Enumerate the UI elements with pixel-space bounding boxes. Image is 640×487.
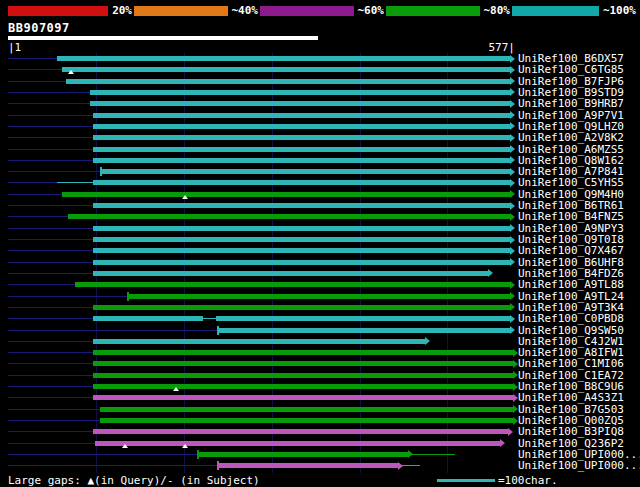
alignment-bar[interactable] bbox=[90, 101, 510, 106]
alignment-bar[interactable] bbox=[218, 328, 510, 333]
row-label[interactable]: UniRef100_Q7X467 bbox=[518, 245, 624, 256]
alignment-arrowhead-icon bbox=[510, 190, 515, 198]
alignment-bar[interactable] bbox=[93, 361, 513, 366]
row-label[interactable]: UniRef100_C6TG85 bbox=[518, 64, 624, 75]
row-label[interactable]: UniRef100_UPI000... bbox=[518, 460, 640, 471]
alignment-row: UniRef100_B9HRB7 bbox=[0, 98, 640, 109]
alignment-bar[interactable] bbox=[101, 169, 510, 174]
alignment-arrowhead-icon bbox=[510, 88, 515, 96]
alignment-bar[interactable] bbox=[93, 226, 510, 231]
row-label[interactable]: UniRef100_C0PBD8 bbox=[518, 313, 624, 324]
row-label[interactable]: UniRef100_A2V8K2 bbox=[518, 132, 624, 143]
alignment-arrowhead-icon bbox=[510, 303, 515, 311]
row-label[interactable]: UniRef100_A9TL88 bbox=[518, 279, 624, 290]
key-swatch-100-icon bbox=[512, 6, 599, 16]
alignment-arrowhead-icon bbox=[425, 337, 430, 345]
unaligned-lead-line bbox=[8, 69, 62, 70]
alignment-bar[interactable] bbox=[93, 395, 513, 400]
alignment-bar[interactable] bbox=[68, 214, 510, 219]
row-label[interactable]: UniRef100_A4S3Z1 bbox=[518, 392, 624, 403]
legend-scale: =100char. bbox=[437, 475, 558, 486]
unaligned-lead-line bbox=[8, 205, 93, 206]
alignment-row: UniRef100_C6TG85 bbox=[0, 64, 640, 75]
key-group-60: ~60% bbox=[260, 5, 386, 17]
alignment-bar[interactable] bbox=[93, 237, 510, 242]
alignment-bar[interactable] bbox=[93, 305, 510, 310]
key-label-80: ~80% bbox=[480, 5, 513, 17]
blast-overview-screen: 20% ~40% ~60% ~80% ~100% BB907097 |1 577… bbox=[0, 0, 640, 487]
unaligned-lead-line bbox=[8, 296, 128, 297]
alignment-arrowhead-icon bbox=[510, 100, 515, 108]
alignment-bar[interactable] bbox=[100, 418, 513, 423]
alignment-arrowhead-icon bbox=[510, 236, 515, 244]
query-name: BB907097 bbox=[8, 21, 70, 35]
alignment-arrowhead-icon bbox=[510, 77, 515, 85]
large-gap-triangle-icon bbox=[182, 195, 188, 199]
alignment-arrowhead-icon bbox=[510, 111, 515, 119]
alignment-bar[interactable] bbox=[93, 203, 510, 208]
thin-alignment-segment bbox=[57, 182, 93, 183]
row-label[interactable]: UniRef100_B3PIQ8 bbox=[518, 426, 624, 437]
unaligned-lead-line bbox=[8, 284, 75, 285]
unaligned-lead-line bbox=[8, 81, 66, 82]
alignment-bar[interactable] bbox=[75, 282, 510, 287]
large-gap-triangle-icon bbox=[68, 70, 74, 74]
alignment-bar[interactable] bbox=[128, 294, 509, 299]
alignment-bar[interactable] bbox=[93, 339, 425, 344]
alignment-bar[interactable] bbox=[93, 384, 513, 389]
alignment-bar[interactable] bbox=[93, 373, 513, 378]
alignment-bar[interactable] bbox=[93, 350, 513, 355]
unaligned-lead-line bbox=[8, 341, 93, 342]
alignment-bar[interactable] bbox=[93, 260, 510, 265]
alignment-bar[interactable] bbox=[93, 316, 510, 321]
alignment-bar[interactable] bbox=[66, 79, 510, 84]
alignment-arrowhead-icon bbox=[510, 281, 515, 289]
unaligned-lead-line bbox=[8, 443, 95, 444]
alignment-arrowhead-icon bbox=[510, 202, 515, 210]
alignment-row: UniRef100_C0PBD8 bbox=[0, 313, 640, 324]
alignment-bar[interactable] bbox=[93, 271, 488, 276]
alignment-bar[interactable] bbox=[218, 463, 398, 468]
key-group-80: ~80% bbox=[386, 5, 512, 17]
alignment-bar[interactable] bbox=[57, 56, 510, 61]
unaligned-lead-line bbox=[8, 92, 90, 93]
alignment-arrowhead-icon bbox=[510, 55, 515, 63]
unaligned-lead-line bbox=[8, 363, 93, 364]
unaligned-lead-line bbox=[8, 420, 100, 421]
alignment-start-tick bbox=[100, 167, 102, 176]
alignment-bar[interactable] bbox=[95, 441, 500, 446]
row-label[interactable]: UniRef100_B9HRB7 bbox=[518, 98, 624, 109]
key-swatch-20-icon bbox=[8, 6, 108, 16]
alignment-arrowhead-icon bbox=[510, 224, 515, 232]
unaligned-lead-line bbox=[8, 103, 90, 104]
alignment-arrowhead-icon bbox=[510, 315, 515, 323]
alignment-bar[interactable] bbox=[93, 124, 510, 129]
alignment-arrowhead-icon bbox=[508, 428, 513, 436]
alignment-bar[interactable] bbox=[93, 158, 510, 163]
thin-alignment-segment bbox=[408, 454, 455, 455]
identity-color-key: 20% ~40% ~60% ~80% ~100% bbox=[8, 5, 638, 17]
alignment-bar[interactable] bbox=[93, 135, 510, 140]
unaligned-lead-line bbox=[8, 409, 100, 410]
alignment-bar[interactable] bbox=[198, 452, 408, 457]
legend-scale-text: =100char. bbox=[498, 475, 558, 486]
alignment-arrowhead-icon bbox=[510, 292, 515, 300]
alignment-bar[interactable] bbox=[93, 180, 510, 185]
alignment-bar[interactable] bbox=[93, 147, 510, 152]
unaligned-lead-line bbox=[8, 262, 93, 263]
unaligned-lead-line bbox=[8, 194, 62, 195]
key-swatch-60-icon bbox=[260, 6, 354, 16]
key-swatch-40-icon bbox=[134, 6, 228, 16]
alignment-bar[interactable] bbox=[93, 429, 508, 434]
alignment-bar[interactable] bbox=[93, 113, 510, 118]
row-label[interactable]: UniRef100_B4FNZ5 bbox=[518, 211, 624, 222]
alignment-bar[interactable] bbox=[93, 248, 510, 253]
alignment-bar[interactable] bbox=[90, 90, 510, 95]
query-sequence-bar bbox=[8, 36, 318, 40]
alignment-arrowhead-icon bbox=[510, 326, 515, 334]
legend-gaps-text: Large gaps: ▲(in Query)/- (in Subject) bbox=[8, 475, 260, 486]
alignment-arrowhead-icon bbox=[510, 213, 515, 221]
alignment-bar[interactable] bbox=[62, 67, 510, 72]
alignment-bar[interactable] bbox=[100, 407, 513, 412]
alignment-bar[interactable] bbox=[62, 192, 510, 197]
